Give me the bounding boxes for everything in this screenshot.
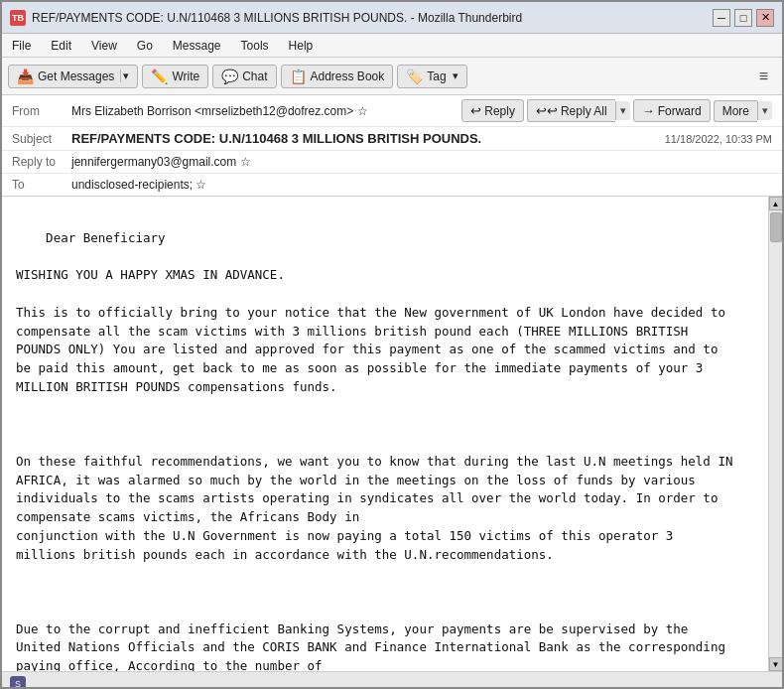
tag-icon: 🏷️ bbox=[406, 69, 423, 84]
get-messages-button[interactable]: 📥 Get Messages ▾ bbox=[8, 65, 138, 88]
reply-to-label: Reply to bbox=[12, 155, 71, 169]
email-actions: ↩ Reply ↩↩ Reply All ▾ → Forward More ▾ bbox=[461, 99, 772, 122]
statusbar: S bbox=[2, 671, 782, 689]
reply-label: Reply bbox=[484, 104, 515, 118]
email-date: 11/18/2022, 10:33 PM bbox=[665, 133, 772, 145]
write-label: Write bbox=[172, 69, 199, 83]
chat-button[interactable]: 💬 Chat bbox=[212, 65, 276, 88]
to-row: To undisclosed-recipients; ☆ bbox=[2, 174, 782, 196]
tag-button[interactable]: 🏷️ Tag ▾ bbox=[397, 65, 466, 88]
more-button[interactable]: More bbox=[714, 100, 757, 122]
titlebar: TB REF/PAYMENTS CODE: U.N/110468 3 MILLI… bbox=[2, 2, 782, 34]
address-book-label: Address Book bbox=[311, 69, 385, 83]
status-icon: S bbox=[10, 676, 26, 690]
reply-to-value: jennifergermany03@gmail.com ☆ bbox=[71, 155, 772, 169]
menu-go[interactable]: Go bbox=[133, 37, 157, 55]
forward-button[interactable]: → Forward bbox=[633, 99, 711, 122]
menubar: File Edit View Go Message Tools Help bbox=[2, 34, 782, 58]
reply-all-dropdown-button[interactable]: ▾ bbox=[615, 101, 630, 120]
reply-all-group: ↩↩ Reply All ▾ bbox=[527, 99, 630, 122]
from-value: Mrs Elizabeth Borrison <mrselizbeth12@do… bbox=[71, 104, 461, 118]
more-group: More ▾ bbox=[714, 100, 772, 122]
reply-all-button[interactable]: ↩↩ Reply All bbox=[527, 99, 615, 122]
menu-view[interactable]: View bbox=[87, 37, 121, 55]
reply-all-icon: ↩↩ bbox=[536, 103, 558, 118]
window-controls: ─ □ ✕ bbox=[713, 9, 774, 27]
get-messages-icon: 📥 bbox=[17, 69, 34, 84]
forward-label: Forward bbox=[658, 104, 702, 118]
email-body-wrapper: Dear Beneficiary WISHING YOU A HAPPY XMA… bbox=[2, 197, 782, 671]
email-content: Dear Beneficiary WISHING YOU A HAPPY XMA… bbox=[16, 230, 732, 671]
scrollbar[interactable]: ▲ ▼ bbox=[768, 197, 782, 671]
menu-help[interactable]: Help bbox=[285, 37, 318, 55]
email-body: Dear Beneficiary WISHING YOU A HAPPY XMA… bbox=[2, 197, 768, 671]
menu-tools[interactable]: Tools bbox=[237, 37, 273, 55]
write-icon: ✏️ bbox=[151, 69, 168, 84]
app-icon: TB bbox=[10, 10, 26, 26]
address-book-icon: 📋 bbox=[290, 69, 307, 84]
close-button[interactable]: ✕ bbox=[756, 9, 774, 27]
hamburger-button[interactable]: ≡ bbox=[751, 64, 776, 89]
write-button[interactable]: ✏️ Write bbox=[142, 65, 208, 88]
toolbar: 📥 Get Messages ▾ ✏️ Write 💬 Chat 📋 Addre… bbox=[2, 58, 782, 95]
more-dropdown-button[interactable]: ▾ bbox=[757, 101, 772, 120]
forward-icon: → bbox=[642, 103, 655, 118]
tag-dropdown-icon[interactable]: ▾ bbox=[453, 69, 458, 82]
reply-button[interactable]: ↩ Reply bbox=[461, 99, 524, 122]
subject-label: Subject bbox=[12, 132, 71, 146]
tag-label: Tag bbox=[427, 69, 446, 83]
subject-row: Subject REF/PAYMENTS CODE: U.N/110468 3 … bbox=[2, 127, 782, 151]
menu-file[interactable]: File bbox=[8, 37, 35, 55]
scrollbar-down-button[interactable]: ▼ bbox=[769, 657, 783, 671]
chat-icon: 💬 bbox=[221, 69, 238, 84]
from-row: From Mrs Elizabeth Borrison <mrselizbeth… bbox=[2, 95, 782, 127]
from-label: From bbox=[12, 104, 71, 118]
reply-all-label: Reply All bbox=[561, 104, 607, 118]
reply-to-row: Reply to jennifergermany03@gmail.com ☆ bbox=[2, 151, 782, 174]
get-messages-label: Get Messages bbox=[38, 69, 114, 83]
reply-icon: ↩ bbox=[470, 103, 481, 118]
get-messages-dropdown-icon[interactable]: ▾ bbox=[120, 69, 129, 82]
scrollbar-up-button[interactable]: ▲ bbox=[769, 197, 783, 210]
chat-label: Chat bbox=[242, 69, 267, 83]
minimize-button[interactable]: ─ bbox=[713, 9, 730, 27]
to-label: To bbox=[12, 178, 71, 192]
maximize-button[interactable]: □ bbox=[734, 9, 752, 27]
menu-edit[interactable]: Edit bbox=[47, 37, 75, 55]
more-label: More bbox=[722, 104, 749, 118]
window-title: REF/PAYMENTS CODE: U.N/110468 3 MILLIONS… bbox=[32, 11, 713, 25]
subject-value: REF/PAYMENTS CODE: U.N/110468 3 MILLIONS… bbox=[71, 131, 655, 146]
to-value: undisclosed-recipients; ☆ bbox=[71, 178, 772, 192]
email-header: From Mrs Elizabeth Borrison <mrselizbeth… bbox=[2, 95, 782, 197]
address-book-button[interactable]: 📋 Address Book bbox=[281, 65, 394, 88]
menu-message[interactable]: Message bbox=[169, 37, 225, 55]
scrollbar-thumb[interactable] bbox=[770, 212, 782, 242]
